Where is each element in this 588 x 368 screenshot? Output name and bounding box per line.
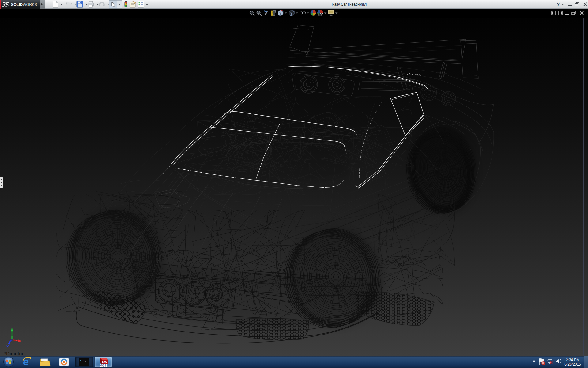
svg-text:C:\_: C:\_ (80, 359, 86, 362)
svg-text:2015: 2015 (100, 364, 107, 367)
svg-text:?: ? (557, 2, 560, 7)
svg-text:SW: SW (102, 360, 107, 364)
svg-text:SOLIDWORKS: SOLIDWORKS (11, 2, 37, 7)
